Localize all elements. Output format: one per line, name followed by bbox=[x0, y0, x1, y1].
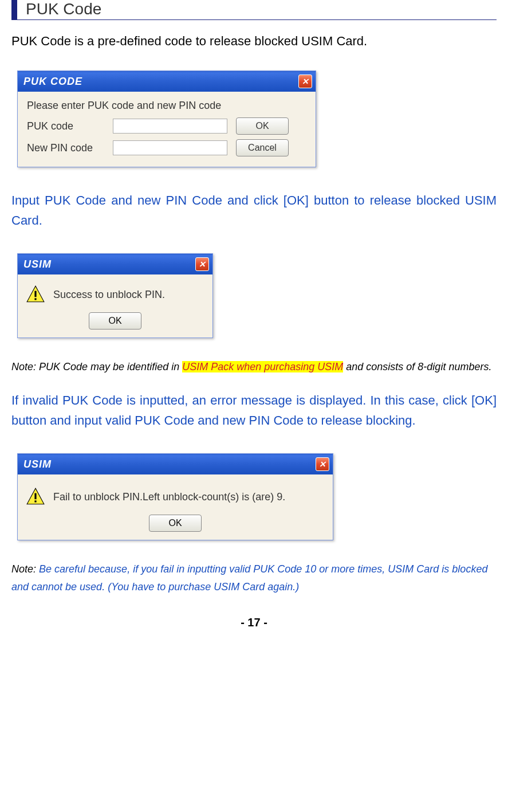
svg-rect-4 bbox=[34, 493, 36, 500]
usim-success-title: USIM bbox=[23, 258, 52, 270]
section-title: PUK Code bbox=[26, 0, 497, 19]
puk-row-pukcode: PUK code OK bbox=[27, 117, 306, 135]
usim-success-dialog: USIM ✕ Success to unblock PIN. OK bbox=[17, 253, 213, 338]
ok-button[interactable]: OK bbox=[149, 515, 202, 532]
usim-fail-body: Fail to unblock PIN.Left unblock-count(s… bbox=[18, 474, 333, 515]
note2-prefix: Note: bbox=[11, 563, 39, 575]
close-icon[interactable]: ✕ bbox=[316, 457, 329, 471]
puk-dialog-title: PUK CODE bbox=[23, 76, 82, 88]
usim-success-titlebar: USIM ✕ bbox=[18, 254, 212, 274]
new-pin-label: New PIN code bbox=[27, 142, 113, 154]
warning-icon bbox=[26, 285, 45, 304]
puk-dialog-body: Please enter PUK code and new PIN code P… bbox=[18, 92, 316, 167]
note-1: Note: PUK Code may be identified in USIM… bbox=[11, 358, 497, 376]
note1-prefix: Note: PUK Code may be identified in bbox=[11, 361, 182, 372]
usim-fail-message: Fail to unblock PIN.Left unblock-count(s… bbox=[53, 491, 325, 503]
usim-fail-footer: OK bbox=[18, 515, 333, 540]
intro-paragraph: PUK Code is a pre-defined code to releas… bbox=[11, 32, 497, 50]
note2-body: Be careful because, if you fail in input… bbox=[11, 563, 487, 593]
page-number: - 17 - bbox=[11, 616, 497, 629]
puk-row-pincode: New PIN code Cancel bbox=[27, 139, 306, 156]
usim-success-footer: OK bbox=[18, 312, 212, 338]
blue-paragraph-2: If invalid PUK Code is inputted, an erro… bbox=[11, 390, 497, 430]
new-pin-input[interactable] bbox=[113, 140, 227, 155]
blue-paragraph-1: Input PUK Code and new PIN Code and clic… bbox=[11, 190, 497, 230]
usim-fail-titlebar: USIM ✕ bbox=[18, 454, 333, 474]
note1-suffix: and consists of 8-digit numbers. bbox=[343, 361, 491, 372]
usim-fail-title: USIM bbox=[23, 458, 52, 470]
usim-fail-dialog: USIM ✕ Fail to unblock PIN.Left unblock-… bbox=[17, 453, 333, 540]
note-2: Note: Be careful because, if you fail in… bbox=[11, 560, 497, 595]
puk-instruction-text: Please enter PUK code and new PIN code bbox=[27, 100, 306, 112]
puk-dialog-wrapper: PUK CODE ✕ Please enter PUK code and new… bbox=[17, 70, 316, 167]
usim-success-body: Success to unblock PIN. bbox=[18, 274, 212, 312]
puk-dialog: PUK CODE ✕ Please enter PUK code and new… bbox=[17, 70, 316, 167]
ok-button[interactable]: OK bbox=[89, 312, 141, 329]
ok-button[interactable]: OK bbox=[236, 117, 289, 135]
close-icon[interactable]: ✕ bbox=[298, 74, 312, 88]
warning-icon bbox=[26, 487, 45, 507]
svg-rect-5 bbox=[34, 501, 36, 503]
svg-rect-2 bbox=[34, 299, 36, 300]
usim-success-message: Success to unblock PIN. bbox=[53, 289, 204, 301]
puk-code-input[interactable] bbox=[113, 119, 227, 134]
usim-success-wrapper: USIM ✕ Success to unblock PIN. OK bbox=[17, 253, 213, 338]
puk-code-label: PUK code bbox=[27, 120, 113, 132]
cancel-button[interactable]: Cancel bbox=[236, 139, 289, 156]
section-header: PUK Code bbox=[11, 0, 497, 20]
svg-rect-1 bbox=[34, 291, 36, 297]
puk-dialog-titlebar: PUK CODE ✕ bbox=[18, 71, 316, 92]
note1-highlight: USIM Pack when purchasing USIM bbox=[182, 361, 343, 372]
close-icon[interactable]: ✕ bbox=[195, 257, 209, 271]
usim-fail-wrapper: USIM ✕ Fail to unblock PIN.Left unblock-… bbox=[17, 453, 333, 540]
